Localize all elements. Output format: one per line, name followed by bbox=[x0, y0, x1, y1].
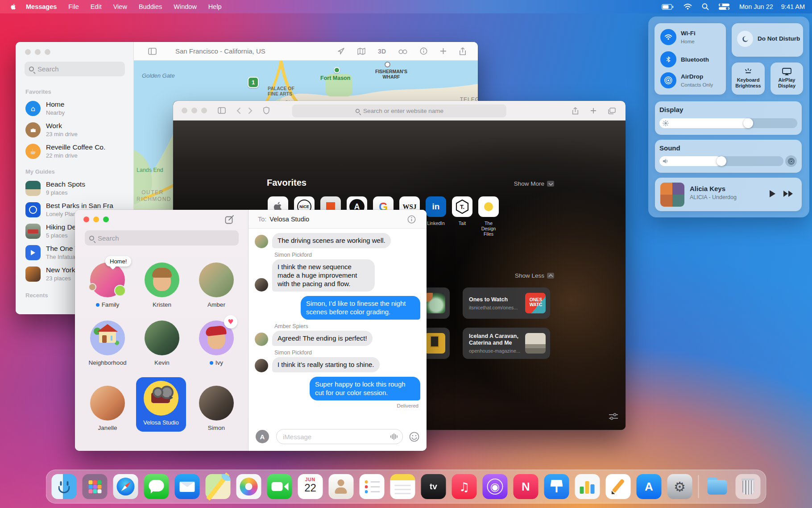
window-controls[interactable] bbox=[25, 49, 50, 55]
favorite-linkedin[interactable]: in LinkedIn bbox=[426, 196, 446, 237]
info-icon[interactable] bbox=[420, 47, 427, 55]
messages-search-field[interactable] bbox=[85, 230, 239, 246]
airplay-audio-button[interactable] bbox=[785, 155, 797, 167]
battery-icon[interactable] bbox=[662, 4, 674, 10]
volume-slider[interactable] bbox=[659, 156, 783, 166]
add-icon[interactable] bbox=[440, 48, 447, 54]
share-icon[interactable] bbox=[459, 47, 466, 55]
conversation-kevin[interactable]: Kevin bbox=[135, 321, 189, 366]
dock-pages-icon[interactable] bbox=[606, 474, 631, 499]
menu-window[interactable]: Window bbox=[174, 3, 197, 10]
bluetooth-toggle[interactable]: Bluetooth bbox=[660, 51, 709, 67]
dock-tv-icon[interactable]: tv bbox=[421, 474, 446, 499]
dock-safari-icon[interactable] bbox=[113, 474, 138, 499]
apps-icon[interactable]: A bbox=[256, 430, 269, 443]
dock-messages-icon[interactable] bbox=[144, 474, 169, 499]
conversation-neighborhood[interactable]: Neighborhood bbox=[80, 321, 135, 366]
airdrop-toggle[interactable]: AirDropContacts Only bbox=[660, 72, 713, 88]
compose-icon[interactable] bbox=[225, 215, 235, 225]
minimize-button[interactable] bbox=[35, 49, 41, 55]
search-input[interactable] bbox=[98, 234, 223, 242]
favorite-tait[interactable]: T. Tait bbox=[452, 196, 472, 237]
sidebar-item-beach-spots[interactable]: Beach Spots9 places bbox=[16, 178, 133, 199]
menu-help[interactable]: Help bbox=[208, 3, 222, 10]
customize-start-page-icon[interactable] bbox=[609, 413, 618, 420]
sidebar-toggle-icon[interactable] bbox=[148, 48, 157, 55]
dock-music-icon[interactable]: ♫ bbox=[452, 474, 477, 499]
look-around-icon[interactable] bbox=[398, 48, 407, 54]
dnd-module[interactable]: Do Not Disturb bbox=[732, 23, 803, 57]
share-icon[interactable] bbox=[572, 107, 579, 115]
show-less-button[interactable]: Show Less bbox=[515, 272, 554, 279]
dock-app-store-icon[interactable]: A bbox=[637, 474, 662, 499]
imessage-field[interactable] bbox=[276, 429, 403, 444]
dock-system-preferences-icon[interactable]: ⚙ bbox=[667, 474, 692, 499]
sidebar-item-reveille-coffee[interactable]: ☕︎ Reveille Coffee Co.22 min drive bbox=[16, 141, 133, 162]
dock-photos-icon[interactable] bbox=[236, 474, 261, 499]
dock-trash-icon[interactable] bbox=[736, 474, 761, 499]
forward-icon[interactable] bbox=[248, 107, 253, 114]
suggestion-card-iceland[interactable]: Iceland A Caravan, Caterina and Me openh… bbox=[463, 328, 550, 359]
fishermans-wharf-marker[interactable] bbox=[385, 62, 390, 67]
current-location-icon[interactable] bbox=[337, 47, 345, 55]
zoom-button[interactable] bbox=[103, 217, 109, 222]
conversation-amber[interactable]: Amber bbox=[189, 262, 244, 308]
menu-time[interactable]: 9:41 AM bbox=[781, 3, 805, 10]
close-button[interactable] bbox=[83, 217, 89, 222]
dock-launchpad-icon[interactable] bbox=[83, 474, 108, 499]
fast-forward-icon[interactable] bbox=[783, 190, 794, 197]
dock-calendar-icon[interactable]: JUN22 bbox=[298, 474, 323, 499]
close-button[interactable] bbox=[25, 49, 31, 55]
sidebar-item-home[interactable]: ⌂ HomeNearby bbox=[16, 98, 133, 119]
window-controls[interactable] bbox=[182, 108, 207, 113]
conversation-family[interactable]: Home! Family bbox=[80, 262, 135, 308]
dock-facetime-icon[interactable] bbox=[267, 474, 292, 499]
control-center-icon[interactable] bbox=[719, 4, 729, 10]
display-brightness-slider[interactable] bbox=[659, 118, 797, 128]
suggestion-card-ones-to-watch[interactable]: Ones to Watch itsnicethat.com/ones... ON… bbox=[463, 287, 550, 319]
address-bar[interactable]: Search or enter website name bbox=[292, 104, 506, 117]
show-more-button[interactable]: Show More bbox=[514, 180, 554, 187]
dock-downloads-folder-icon[interactable] bbox=[705, 474, 730, 499]
back-icon[interactable] bbox=[236, 107, 241, 114]
conversation-simon[interactable]: Simon bbox=[189, 386, 244, 431]
menu-file[interactable]: File bbox=[68, 3, 79, 10]
zoom-button[interactable] bbox=[201, 108, 207, 113]
dock-maps-icon[interactable] bbox=[206, 474, 231, 499]
menu-app-name[interactable]: Messages bbox=[26, 3, 57, 10]
details-info-icon[interactable] bbox=[407, 215, 416, 224]
play-icon[interactable] bbox=[769, 190, 776, 198]
3d-mode-icon[interactable]: 3D bbox=[378, 48, 386, 55]
apple-menu[interactable] bbox=[10, 3, 17, 11]
dock-reminders-icon[interactable] bbox=[360, 474, 385, 499]
maps-search-field[interactable] bbox=[25, 62, 125, 76]
imessage-input[interactable] bbox=[283, 433, 390, 441]
spotlight-search-icon[interactable] bbox=[702, 3, 709, 10]
keyboard-brightness-tile[interactable]: Keyboard Brightness bbox=[732, 62, 765, 95]
map-mode-icon[interactable] bbox=[357, 48, 365, 55]
dock-finder-icon[interactable] bbox=[52, 474, 77, 499]
conversation-kristen[interactable]: Kristen bbox=[135, 262, 189, 308]
search-input[interactable] bbox=[37, 65, 113, 73]
dock-contacts-icon[interactable] bbox=[329, 474, 354, 499]
dock-notes-icon[interactable] bbox=[390, 474, 415, 499]
menu-edit[interactable]: Edit bbox=[91, 3, 102, 10]
menu-buddies[interactable]: Buddies bbox=[139, 3, 162, 10]
conversation-ivy[interactable]: ♥ Ivy bbox=[189, 321, 244, 366]
audio-message-icon[interactable] bbox=[390, 433, 398, 440]
conversation-janelle[interactable]: Janelle bbox=[80, 386, 135, 431]
zoom-button[interactable] bbox=[45, 49, 50, 55]
menu-view[interactable]: View bbox=[113, 3, 127, 10]
wifi-toggle[interactable]: Wi-FiHome bbox=[660, 29, 696, 45]
favorite-design-files[interactable]: The Design Files bbox=[478, 196, 499, 237]
slider-knob[interactable] bbox=[743, 118, 753, 128]
dock-news-icon[interactable]: N bbox=[514, 474, 539, 499]
minimize-button[interactable] bbox=[191, 108, 197, 113]
airplay-display-tile[interactable]: AirPlay Display bbox=[771, 62, 803, 95]
fort-mason-marker[interactable] bbox=[334, 67, 340, 73]
privacy-shield-icon[interactable] bbox=[263, 107, 269, 114]
sidebar-item-work[interactable]: 💼︎ Work23 min drive bbox=[16, 119, 133, 141]
emoji-icon[interactable] bbox=[409, 432, 419, 442]
sidebar-toggle-icon[interactable] bbox=[218, 107, 226, 114]
dock-numbers-icon[interactable] bbox=[575, 474, 600, 499]
